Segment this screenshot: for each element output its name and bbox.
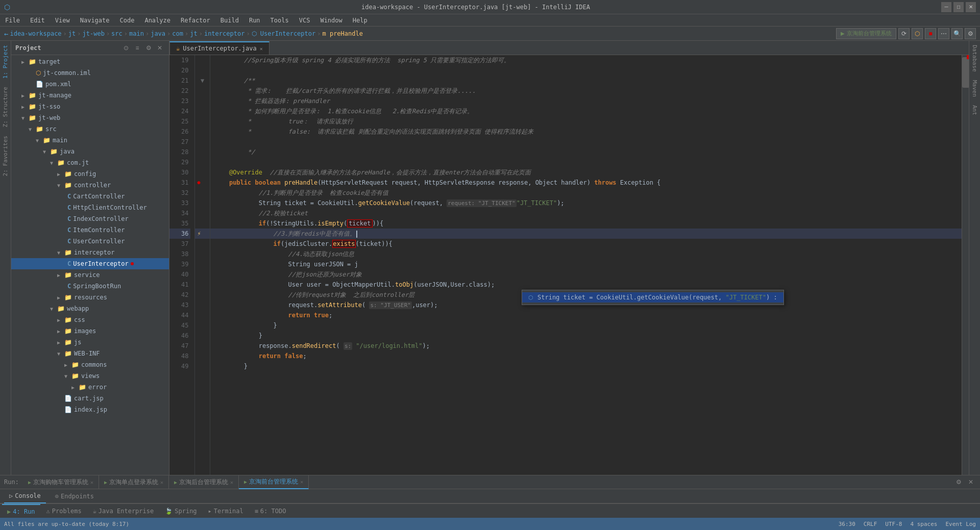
breadcrumb-java[interactable]: java	[151, 30, 165, 37]
tree-item-config[interactable]: ▶ 📁 config	[11, 168, 169, 180]
project-panel-btn-close[interactable]: ✕	[155, 43, 165, 53]
run-tab-2[interactable]: ▶ 京淘单点登录系统 ✕	[99, 475, 169, 489]
breadcrumb-main[interactable]: main	[129, 30, 144, 37]
tree-item-controller[interactable]: ▼ 📁 controller	[11, 180, 169, 191]
status-indent[interactable]: 4 spaces	[910, 521, 937, 527]
tree-item-indexcontroller[interactable]: C IndexController	[11, 213, 169, 224]
status-event-log[interactable]: Event Log	[945, 521, 976, 527]
tree-item-cartjsp[interactable]: 📄 cart.jsp	[11, 393, 169, 404]
tab-terminal[interactable]: ▸ Terminal	[203, 504, 249, 518]
tree-item-error[interactable]: ▶ 📁 error	[11, 382, 169, 393]
tab-spring[interactable]: 🍃 Spring	[160, 504, 202, 518]
toolbar-search-btn[interactable]: 🔍	[951, 28, 963, 39]
tree-item-target[interactable]: ▶ 📁 target	[11, 56, 169, 67]
menu-item-build[interactable]: Build	[215, 14, 244, 27]
toolbar-refresh-btn[interactable]: ⟳	[898, 28, 910, 39]
menu-item-file[interactable]: File	[0, 14, 25, 27]
menu-item-help[interactable]: Help	[348, 14, 373, 27]
scrollbar-area[interactable]	[962, 55, 969, 475]
tree-item-java[interactable]: ▼ 📁 java	[11, 146, 169, 157]
autocomplete-popup[interactable]: ⬡ String ticket = CookieUtil.getCookieVa…	[522, 290, 784, 305]
endpoints-tab[interactable]: ⊙ Endpoints	[50, 489, 99, 503]
tab-close-icon[interactable]: ✕	[260, 46, 263, 52]
sidebar-tab-zstructure[interactable]: Z: Structure	[1, 83, 10, 131]
status-line-ending[interactable]: CRLF	[864, 521, 877, 527]
tree-item-usercontroller[interactable]: C UserController	[11, 236, 169, 247]
menu-item-view[interactable]: View	[50, 14, 75, 27]
tree-item-css[interactable]: ▶ 📁 css	[11, 314, 169, 325]
project-tree[interactable]: ▶ 📁 target ⬡ jt-common.iml 📄 pom.xml ▶ 📁…	[11, 55, 169, 475]
far-right-tab-ant[interactable]: Ant	[970, 101, 979, 119]
tree-item-commons[interactable]: ▶ 📁 commons	[11, 359, 169, 370]
breadcrumb-back-icon[interactable]: ←	[4, 30, 8, 38]
toolbar-stop-btn[interactable]: ■	[925, 28, 936, 39]
breadcrumb-src[interactable]: src	[111, 30, 122, 37]
menu-item-vcs[interactable]: VCS	[294, 14, 315, 27]
far-right-tab-database[interactable]: Database	[970, 41, 979, 76]
run-tab-3[interactable]: ▶ 京淘后台管理系统 ✕	[169, 475, 239, 489]
run-tab-close-4[interactable]: ✕	[300, 479, 303, 485]
run-tab-close-2[interactable]: ✕	[160, 479, 163, 485]
tree-item-src[interactable]: ▼ 📁 src	[11, 123, 169, 135]
run-tab-close-3[interactable]: ✕	[230, 479, 233, 485]
tree-item-webinf[interactable]: ▼ 📁 WEB-INF	[11, 348, 169, 359]
tree-item-httpclientcontroller[interactable]: C HttpClientController	[11, 202, 169, 213]
menu-item-tools[interactable]: Tools	[265, 14, 294, 27]
project-panel-btn-settings[interactable]: ⚙	[143, 43, 154, 53]
sidebar-tab-favorites[interactable]: 2: Favorites	[1, 132, 10, 180]
code-content[interactable]: //Spring版本升级 spring 4 必须实现所有的方法 spring 5…	[210, 55, 962, 475]
tree-item-indexjsp[interactable]: 📄 index.jsp	[11, 404, 169, 415]
autocomplete-item[interactable]: ⬡ String ticket = CookieUtil.getCookieVa…	[522, 292, 783, 302]
toolbar-build-btn[interactable]: ⬡	[912, 28, 923, 39]
far-right-tab-maven[interactable]: Maven	[970, 76, 979, 101]
tab-problems[interactable]: ⚠ Problems	[41, 504, 87, 518]
tree-item-pom[interactable]: 📄 pom.xml	[11, 79, 169, 90]
tree-item-images[interactable]: ▶ 📁 images	[11, 325, 169, 337]
menu-item-run[interactable]: Run	[244, 14, 265, 27]
status-encoding[interactable]: UTF-8	[885, 521, 902, 527]
tree-item-iml[interactable]: ⬡ jt-common.iml	[11, 67, 169, 79]
run-hide-btn[interactable]: ✕	[966, 477, 976, 487]
minimize-button[interactable]: ─	[941, 2, 951, 12]
tree-item-userinterceptor[interactable]: C UserInterceptor	[11, 258, 169, 269]
toolbar-more-btn[interactable]: ⋯	[938, 28, 949, 39]
run-tab-close-1[interactable]: ✕	[90, 479, 93, 485]
tree-item-interceptor[interactable]: ▼ 📁 interceptor	[11, 247, 169, 258]
close-button[interactable]: ✕	[966, 2, 976, 12]
tree-item-comjt[interactable]: ▼ 📁 com.jt	[11, 157, 169, 168]
maximize-button[interactable]: □	[953, 2, 964, 12]
tree-item-resources[interactable]: ▶ 📁 resources	[11, 292, 169, 303]
breadcrumb-prehandle[interactable]: m preHandle	[322, 30, 362, 37]
menu-item-refactor[interactable]: Refactor	[176, 14, 215, 27]
menu-item-analyze[interactable]: Analyze	[139, 14, 176, 27]
menu-item-navigate[interactable]: Navigate	[75, 14, 115, 27]
breadcrumb-userinterceptor[interactable]: ⬡ UserInterceptor	[252, 30, 316, 37]
tree-item-views[interactable]: ▼ 📁 views	[11, 370, 169, 382]
tree-item-springbootrun[interactable]: C SpringBootRun	[11, 281, 169, 292]
status-position[interactable]: 36:30	[839, 521, 855, 527]
code-editor[interactable]: 19 20 21 22 23 24 25 26 27 28 29 30 31 3…	[169, 55, 969, 475]
tree-item-jt-manage[interactable]: ▶ 📁 jt-manage	[11, 90, 169, 101]
tab-run[interactable]: ▶ 4: Run	[2, 504, 40, 518]
breadcrumb-workspace[interactable]: idea-workspace	[10, 30, 61, 37]
tab-java-enterprise[interactable]: ☕ Java Enterprise	[88, 504, 159, 518]
project-panel-btn-locate[interactable]: ⊙	[121, 43, 131, 53]
toolbar-run-btn[interactable]: ▶ 京淘前台管理系统	[836, 28, 896, 39]
tree-item-webapp[interactable]: ▼ 📁 webapp	[11, 303, 169, 314]
tree-item-main[interactable]: ▼ 📁 main	[11, 135, 169, 146]
breadcrumb-jt-pkg[interactable]: jt	[190, 30, 197, 37]
tab-todo[interactable]: ≡ 6: TODO	[250, 504, 291, 518]
menu-item-code[interactable]: Code	[115, 14, 140, 27]
console-tab[interactable]: ▷ Console	[4, 489, 46, 503]
toolbar-settings-btn[interactable]: ⚙	[965, 28, 976, 39]
tree-item-jt-sso[interactable]: ▶ 📁 jt-sso	[11, 101, 169, 112]
breadcrumb-com[interactable]: com	[172, 30, 183, 37]
tree-item-service[interactable]: ▶ 📁 service	[11, 269, 169, 281]
scrollbar-thumb[interactable]	[962, 57, 969, 88]
tree-item-jt-web[interactable]: ▼ 📁 jt-web	[11, 112, 169, 123]
breadcrumb-jt[interactable]: jt	[68, 30, 76, 37]
run-settings-btn[interactable]: ⚙	[953, 477, 964, 487]
sidebar-tab-project[interactable]: 1: Project	[1, 41, 10, 83]
breadcrumb-jtweb[interactable]: jt-web	[83, 30, 105, 37]
menu-item-edit[interactable]: Edit	[25, 14, 50, 27]
